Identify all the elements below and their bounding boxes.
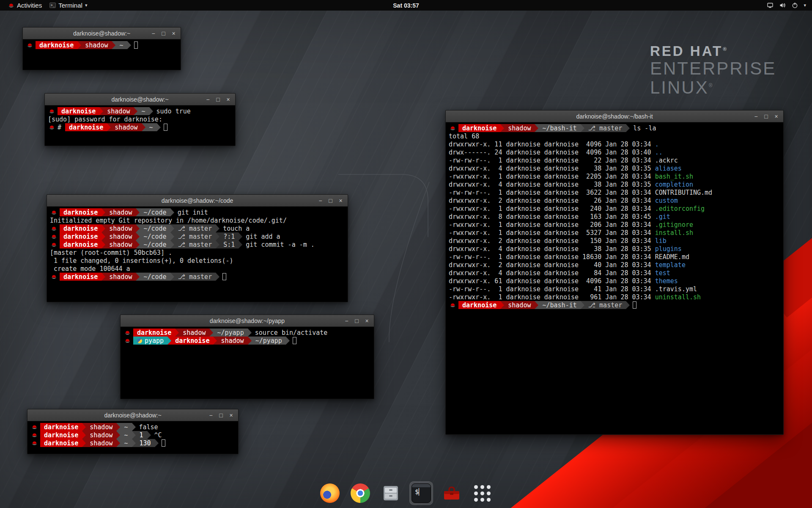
window-titlebar[interactable]: darknoise@shadow:~/bash-it−□× — [446, 110, 783, 122]
terminal-content[interactable]: darknoiseshadow~sudo true[sudo] password… — [45, 105, 235, 133]
output-text: .editorconfig — [655, 204, 705, 213]
output-text: -rw-rw-r--. 1 darknoise darknoise 41 Jan… — [449, 285, 697, 293]
terminal-line: Initialized empty Git repository in /hom… — [50, 216, 345, 224]
prompt-segment-path: ~ — [137, 107, 149, 115]
prompt-segment-stat: ?:1 — [219, 232, 239, 240]
activities-button[interactable]: Activities — [4, 0, 46, 11]
app-menu-terminal[interactable]: >_ Terminal ▾ — [46, 0, 91, 11]
output-text: drwxrwxr-x. 4 darknoise darknoise 38 Jan… — [449, 180, 655, 188]
terminal-window-w5[interactable]: darknoise@shadow:~−□×darknoiseshadow~fal… — [27, 409, 239, 454]
redhat-prompt-icon — [51, 210, 57, 215]
powerline-arrow — [248, 337, 252, 345]
window-titlebar[interactable]: darknoise@shadow:~/pyapp−□× — [121, 315, 374, 327]
output-text: -rw-rw-r--. 1 darknoise darknoise 22 Jan… — [449, 156, 678, 164]
redhat-prompt-icon — [51, 274, 57, 279]
command-text: git commit -a -m . — [246, 240, 315, 248]
powerline-arrow — [102, 232, 105, 240]
maximize-button[interactable]: □ — [327, 195, 334, 206]
command-text: git init — [178, 208, 208, 216]
prompt-segment-path: ~ — [120, 431, 132, 439]
redhat-prompt-icon — [31, 433, 38, 437]
powerline-arrow — [155, 439, 159, 447]
powerline-arrow — [99, 107, 103, 115]
close-button[interactable]: × — [364, 315, 370, 326]
powerline-arrow — [581, 124, 584, 132]
terminal-content[interactable]: darknoiseshadow~/bash-it⎇ masterls -lato… — [446, 122, 783, 311]
minimize-button[interactable]: − — [343, 315, 350, 326]
dock-terminal[interactable]: $▏ — [409, 481, 433, 505]
prompt-segment-path: ~/code — [140, 208, 170, 216]
prompt-segment-host: shadow — [179, 329, 209, 337]
prompt-segment-path: ~/pyapp — [213, 329, 247, 337]
powerline-arrow — [626, 301, 630, 309]
prompt-segment-user: darknoise — [60, 232, 102, 240]
terminal-line: # darknoiseshadow~ — [48, 123, 232, 131]
window-titlebar[interactable]: darknoise@shadow:~−□× — [27, 409, 238, 421]
output-text: drwxrwxr-x. 4 darknoise darknoise 38 Jan… — [449, 245, 655, 253]
window-titlebar[interactable]: darknoise@shadow:~−□× — [23, 28, 181, 39]
terminal-window-w4[interactable]: darknoise@shadow:~/pyapp−□×darknoiseshad… — [120, 315, 374, 399]
prompt-segment-path: ~/code — [140, 273, 170, 281]
system-status-area[interactable]: ▾ — [767, 2, 808, 8]
maximize-button[interactable]: □ — [763, 111, 769, 122]
powerline-arrow — [136, 224, 140, 232]
powerline-arrow — [500, 301, 504, 309]
prompt-segment-host: shadow — [105, 273, 136, 281]
terminal-content[interactable]: darknoiseshadow~/pyappsource bin/activat… — [121, 327, 374, 346]
prompt-segment-git: ⎇ master — [174, 232, 216, 240]
terminal-window-w2[interactable]: darknoise@shadow:~−□×darknoiseshadow~sud… — [44, 93, 236, 146]
terminal-window-w6[interactable]: darknoise@shadow:~/bash-it−□×darknoisesh… — [445, 110, 784, 435]
powerline-arrow — [132, 423, 136, 431]
powerline-arrow — [157, 123, 161, 131]
output-text: test — [655, 269, 670, 277]
dock-chrome[interactable] — [348, 481, 372, 505]
terminal-line: drwx------. 24 darknoise darknoise 4096 … — [449, 148, 780, 156]
dock-files[interactable] — [379, 481, 403, 505]
window-titlebar[interactable]: darknoise@shadow:~/code−□× — [47, 195, 348, 207]
minimize-button[interactable]: − — [205, 94, 211, 105]
terminal-content[interactable]: darknoiseshadow~falsedarknoiseshadow~1^C… — [27, 421, 238, 449]
dock-app-grid[interactable] — [470, 481, 494, 505]
window-titlebar[interactable]: darknoise@shadow:~−□× — [45, 94, 235, 105]
powerline-arrow — [147, 431, 151, 439]
maximize-button[interactable]: □ — [218, 410, 224, 421]
maximize-button[interactable]: □ — [354, 315, 360, 326]
clock[interactable]: Sat 03:57 — [393, 2, 419, 9]
output-text: uninstall.sh — [655, 293, 701, 301]
maximize-button[interactable]: □ — [160, 28, 167, 39]
prompt-segment-host: shadow — [504, 124, 535, 132]
dock-software[interactable] — [440, 481, 464, 505]
maximize-button[interactable]: □ — [215, 94, 221, 105]
close-button[interactable]: × — [170, 28, 177, 39]
minimize-button[interactable]: − — [150, 28, 156, 39]
registered-mark: ® — [723, 46, 728, 52]
terminal-content[interactable]: darknoiseshadow~ — [23, 39, 181, 51]
output-text: bash_it.sh — [655, 172, 693, 180]
output-text: -rw-rw-r--. 1 darknoise darknoise 3622 J… — [449, 188, 712, 196]
terminal-line: 1 file changed, 0 insertions(+), 0 delet… — [50, 257, 345, 265]
terminal-line: darknoiseshadow~/code⎇ master — [50, 273, 345, 281]
output-text: [sudo] password for darknoise: — [48, 115, 162, 123]
redhat-prompt-icon — [31, 441, 38, 445]
close-button[interactable]: × — [773, 111, 779, 122]
terminal-window-w1[interactable]: darknoise@shadow:~−□×darknoiseshadow~ — [22, 27, 181, 70]
output-text: template — [655, 261, 686, 269]
powerline-arrow — [116, 439, 120, 447]
dock-firefox[interactable] — [318, 481, 342, 505]
powerline-arrow — [500, 124, 504, 132]
close-button[interactable]: × — [225, 94, 231, 105]
prompt-segment-host: shadow — [105, 232, 136, 240]
powerline-arrow — [213, 337, 217, 345]
minimize-button[interactable]: − — [208, 410, 214, 421]
output-text: themes — [655, 277, 678, 285]
minimize-button[interactable]: − — [317, 195, 324, 206]
powerline-arrow — [112, 41, 115, 49]
command-text: touch a — [223, 224, 250, 232]
close-button[interactable]: × — [337, 195, 344, 206]
terminal-window-w3[interactable]: darknoise@shadow:~/code−□×darknoiseshado… — [47, 194, 348, 302]
prompt-segment-user: darknoise — [60, 273, 102, 281]
close-button[interactable]: × — [228, 410, 234, 421]
command-text: false — [139, 423, 158, 431]
terminal-content[interactable]: darknoiseshadow~/codegit initInitialized… — [47, 207, 348, 282]
minimize-button[interactable]: − — [753, 111, 759, 122]
